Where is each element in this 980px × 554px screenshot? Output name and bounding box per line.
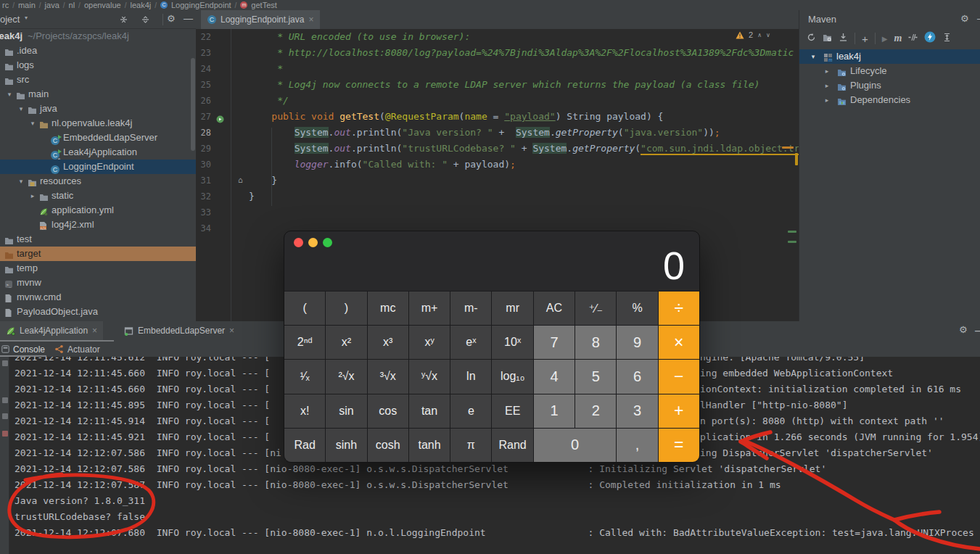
gear-icon[interactable]: ⚙ (960, 13, 969, 24)
calc-key-e[interactable]: e (450, 394, 491, 428)
calc-key-9[interactable]: 9 (617, 326, 657, 359)
breadcrumb-item-nl[interactable]: nl (69, 1, 75, 9)
next-warning-icon[interactable]: ∨ (766, 32, 770, 38)
close-icon[interactable]: × (229, 326, 234, 336)
tree-chevron-icon[interactable]: ▸ (28, 189, 37, 203)
tree-item-application-yml[interactable]: application.yml (0, 203, 196, 218)
calc-key-sinh[interactable]: sinh (326, 429, 366, 462)
zoom-window-button[interactable] (323, 238, 332, 247)
calc-key-mx[interactable]: m- (450, 292, 491, 325)
calculator-window[interactable]: 0 ()mcm+m-mrAC⁺⁄₋%÷2ⁿᵈx²x³xʸeˣ10ˣ789×¹⁄ₓ… (284, 231, 700, 463)
reimport-icon[interactable] (807, 32, 816, 45)
tree-chevron-icon[interactable]: ▾ (17, 174, 25, 189)
calc-key-xxx[interactable]: ²√x (326, 360, 366, 393)
minimize-icon[interactable]: — (184, 13, 193, 24)
calc-key-Rad[interactable]: Rad (284, 429, 325, 462)
calc-key-8[interactable]: 8 (575, 326, 616, 359)
maven-item-leak4j[interactable]: ▾mleak4j (799, 49, 980, 64)
tree-item-loggingendpoint[interactable]: CLoggingEndpoint (0, 160, 196, 174)
breadcrumb-item-getTest[interactable]: getTest (251, 1, 276, 9)
calc-key-tanh[interactable]: tanh (409, 429, 450, 462)
subtab-console[interactable]: Console (1, 343, 45, 355)
prev-warning-icon[interactable]: ∧ (757, 32, 762, 38)
tree-item-root[interactable]: leak4j~/Projects/azspcs/leak4j (0, 29, 196, 44)
calc-key-EE[interactable]: EE (492, 394, 532, 428)
calc-key-%[interactable]: % (617, 292, 657, 325)
calc-key-mr[interactable]: mr (492, 292, 532, 325)
tree-item-mvnw[interactable]: >_mvnw (0, 276, 196, 290)
offline-mode-icon[interactable] (924, 31, 936, 46)
calc-key-7[interactable]: 7 (534, 326, 575, 359)
tree-item-payloadobject-java[interactable]: PayloadObject.java (0, 305, 196, 319)
editor-tab-loggingendpoint[interactable]: C LoggingEndpoint.java × (201, 10, 320, 29)
tree-item-test[interactable]: test (0, 232, 196, 247)
generate-sources-icon[interactable] (823, 32, 832, 45)
run-tab-leak4japplication[interactable]: Leak4jApplication× (0, 321, 103, 340)
calc-key-ln[interactable]: ln (450, 360, 491, 393)
calc-key-4[interactable]: 4 (534, 360, 575, 393)
tree-chevron-icon[interactable]: ▸ (823, 93, 831, 107)
tree-item-target[interactable]: target (0, 247, 196, 261)
calc-key-x[interactable]: π (450, 429, 491, 462)
calc-key-m+[interactable]: m+ (409, 292, 450, 325)
stripe-mark-yellow[interactable] (795, 153, 798, 165)
calc-key-1[interactable]: 1 (534, 394, 575, 428)
calc-key-xxx[interactable]: ʸ√x (409, 360, 450, 393)
close-icon[interactable]: × (92, 326, 97, 336)
breadcrumb-item-LoggingEndpoint[interactable]: LoggingEndpoint (171, 1, 231, 9)
calc-key-3[interactable]: 3 (617, 394, 657, 428)
tree-item-java[interactable]: ▾java (0, 102, 196, 116)
calc-key-ex[interactable]: eˣ (450, 326, 491, 359)
tree-item-src[interactable]: src (0, 73, 196, 87)
calc-key-=[interactable]: = (659, 429, 699, 462)
maven-item-plugins[interactable]: ▸Plugins (799, 78, 980, 93)
tree-item-static[interactable]: ▸static (0, 189, 196, 203)
calc-key-xx[interactable]: xʸ (409, 326, 450, 359)
calc-key-xxx[interactable]: ¹⁄ₓ (284, 360, 325, 393)
calc-key-x[interactable]: − (659, 360, 699, 393)
close-icon[interactable]: × (308, 15, 313, 25)
calc-key-0[interactable]: 0 (534, 429, 617, 462)
tree-item-logs[interactable]: logs (0, 58, 196, 73)
tree-item-nl-openvalue-leak4j[interactable]: ▾nl.openvalue.leak4j (0, 116, 196, 131)
tree-chevron-icon[interactable]: ▾ (809, 49, 818, 64)
stripe-mark-green[interactable] (788, 231, 796, 233)
tree-chevron-icon[interactable]: ▾ (28, 116, 37, 131)
breadcrumb-item-java[interactable]: java (45, 1, 59, 9)
stripe-mark-green[interactable] (788, 241, 796, 243)
calc-key-mc[interactable]: mc (368, 292, 408, 325)
project-scrollbar[interactable] (191, 58, 195, 151)
maven-item-lifecycle[interactable]: ▸Lifecycle (799, 64, 980, 78)
calc-key-AC[interactable]: AC (534, 292, 575, 325)
run-tab-embeddedldapserver[interactable]: EmbeddedLdapServer× (118, 321, 240, 340)
tree-item-leak4japplication[interactable]: CLeak4jApplication (0, 145, 196, 160)
calc-key-Rand[interactable]: Rand (492, 429, 532, 462)
calc-key-x[interactable]: × (659, 326, 699, 359)
expand-all-icon[interactable] (942, 32, 952, 45)
calc-key-,[interactable]: , (617, 429, 657, 462)
calc-key-xx[interactable]: x³ (368, 326, 408, 359)
calc-key-)[interactable]: ) (326, 292, 366, 325)
calc-key-logxx[interactable]: log₁₀ (492, 360, 532, 393)
calc-key-xxx[interactable]: ³√x (368, 360, 408, 393)
breadcrumb-item-openvalue[interactable]: openvalue (84, 1, 121, 9)
tree-chevron-icon[interactable]: ▸ (823, 78, 831, 93)
tree-item-log4j2-xml[interactable]: </>log4j2.xml (0, 218, 196, 232)
calc-key-2xx[interactable]: 2ⁿᵈ (284, 326, 325, 359)
close-window-button[interactable] (294, 238, 303, 247)
breadcrumb-item-main[interactable]: main (18, 1, 36, 9)
minimize-window-button[interactable] (308, 238, 318, 247)
calc-key-x[interactable]: ÷ (659, 292, 699, 325)
tree-chevron-icon[interactable]: ▾ (5, 87, 14, 102)
calc-key-([interactable]: ( (284, 292, 325, 325)
execute-goal-icon[interactable]: m (894, 33, 902, 44)
calc-key-xx[interactable]: x² (326, 326, 366, 359)
skip-tests-icon[interactable] (908, 32, 918, 45)
chevron-down-icon[interactable]: ▾ (25, 15, 28, 21)
calc-key-cos[interactable]: cos (368, 394, 408, 428)
calc-key-+[interactable]: + (659, 394, 699, 428)
breadcrumb-item-leak4j[interactable]: leak4j (130, 1, 151, 9)
calc-key-tan[interactable]: tan (409, 394, 450, 428)
download-sources-icon[interactable] (839, 32, 848, 45)
calc-key-2[interactable]: 2 (575, 394, 616, 428)
